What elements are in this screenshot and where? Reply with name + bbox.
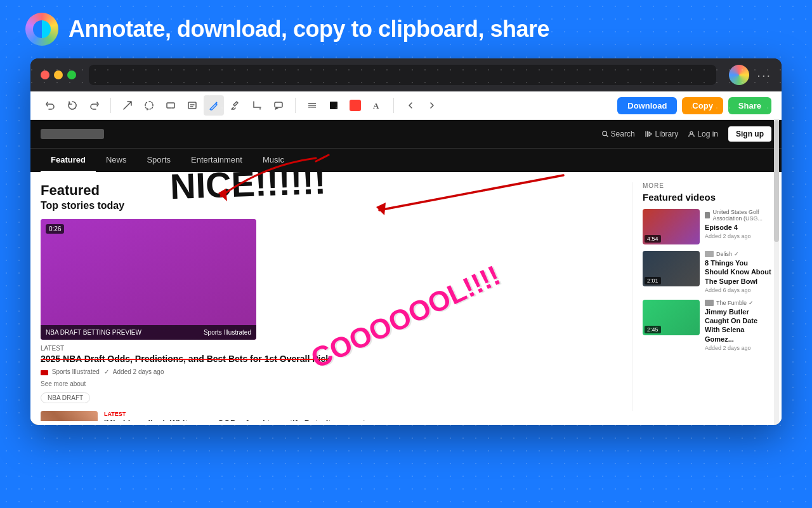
video-1-added: Added 2 days ago [705,233,771,239]
website-content: Search Library Log in Sign up Featured N… [30,120,782,425]
refresh-button[interactable] [62,95,82,116]
style-tools: A [302,95,387,116]
close-button[interactable] [41,70,49,79]
video-1-publisher-row: United States Golf Association (USG... [705,209,771,222]
video-card-3[interactable]: 2:45 The Fumble ✓ Jimmy Butler Caught On… [643,300,771,351]
browser-menu-icon[interactable]: ··· [757,68,771,83]
nba-draft-tag[interactable]: NBA DRAFT [41,392,90,403]
divider-3 [393,98,394,113]
undo-button[interactable] [41,95,61,116]
browser-window: ··· [30,58,782,425]
video-3-added: Added 2 days ago [705,345,771,351]
video-duration: 0:26 [46,224,64,234]
share-button[interactable]: Share [728,97,771,114]
scrollbar-track[interactable] [774,120,779,425]
video-card-2[interactable]: 2:01 Delish ✓ 8 Things You Should Know A… [643,251,771,293]
svg-point-8 [602,131,606,136]
more-label: MORE [643,182,771,189]
content-left: Featured Top stories today 0:26 NBA DRAF… [41,182,632,411]
article-1-added: Added 2 days ago [113,368,164,375]
lasso-tool[interactable] [139,95,159,116]
article-2-tag: LATEST [104,411,622,417]
section-subtitle: Top stories today [41,200,622,211]
article-1-title[interactable]: 2025 NBA Draft Odds, Predictions, and Be… [41,353,622,364]
video-caption-text: NBA DRAFT BETTING PREVIEW [46,329,141,336]
header-title: Annotate, download, copy to clipboard, s… [69,16,549,43]
video-1-info: United States Golf Association (USG... E… [705,209,771,244]
signup-button[interactable]: Sign up [728,126,771,142]
nav-sports[interactable]: Sports [136,149,181,172]
address-bar[interactable] [89,65,716,85]
redo-button[interactable] [84,95,104,116]
site-nav-links: Featured News Sports Entertainment Music [30,148,782,172]
annotation-toolbar: A Download Copy Share [30,91,782,120]
video-2-added: Added 6 days ago [705,287,771,293]
svg-rect-5 [308,107,316,108]
browser-chrome: ··· [30,58,782,91]
featured-video[interactable]: 0:26 NBA DRAFT BETTING PREVIEW Sports Il… [41,219,256,340]
nav-featured[interactable]: Featured [41,149,96,172]
video-publisher: Sports Illustrated [204,329,251,336]
section-title: Featured [41,182,622,199]
site-nav: Search Library Log in Sign up [30,120,782,148]
see-more: See more about [41,380,622,387]
svg-rect-4 [308,105,316,106]
article-1: LATEST 2025 NBA Draft Odds, Predictions,… [41,345,622,403]
svg-rect-2 [275,102,282,107]
crop-tool[interactable] [247,95,267,116]
back-tool[interactable] [400,95,421,116]
toolbar-actions: Download Copy Share [617,97,771,114]
site-logo [41,129,104,139]
main-content: Featured Top stories today 0:26 NBA DRAF… [30,172,782,421]
publisher-logo-delish [705,251,714,257]
svg-rect-6 [330,102,337,109]
maximize-button[interactable] [67,70,76,79]
publisher-logo-usg [705,212,710,218]
nav-music[interactable]: Music [252,149,294,172]
history-tools [41,95,104,116]
browser-icon [729,65,749,85]
nav-news[interactable]: News [96,149,137,172]
video-card-1[interactable]: 4:54 United States Golf Association (USG… [643,209,771,244]
article-2-title[interactable]: 'Mind-boggling': Whitmer on GOP refusal … [104,418,622,421]
search-label: Search [611,130,635,138]
minimize-button[interactable] [54,70,63,79]
forward-tool[interactable] [422,95,442,116]
video-1-title: Episode 4 [705,223,771,232]
video-1-duration: 4:54 [645,235,661,243]
svg-rect-0 [167,103,174,108]
pen-tool[interactable] [204,95,224,116]
video-2-title: 8 Things You Should Know About The Super… [705,258,771,286]
search-action[interactable]: Search [602,130,635,138]
divider-1 [110,98,111,113]
lines-tool[interactable] [302,95,322,116]
fill-tool[interactable] [324,95,344,116]
highlighter-tool[interactable] [225,95,246,116]
publisher-logo-fumble [705,300,714,306]
article-1-tag: LATEST [41,345,622,352]
divider-2 [295,98,296,113]
svg-rect-3 [308,103,316,104]
copy-button[interactable]: Copy [682,97,723,114]
article-1-meta: Sports Illustrated ✓ Added 2 days ago [41,368,622,375]
callout-tool[interactable] [268,95,289,116]
video-2-publisher-row: Delish ✓ [705,251,771,257]
font-tool[interactable]: A [367,95,387,116]
site-nav-actions: Search Library Log in Sign up [602,126,771,142]
color-red-swatch[interactable] [345,95,365,116]
download-button[interactable]: Download [617,97,677,114]
svg-text:A: A [373,101,379,110]
featured-videos-title: Featured videos [643,192,771,203]
rectangle-tool[interactable] [160,95,181,116]
article-1-publisher: Sports Illustrated [52,368,100,375]
video-thumb-3: 2:45 [643,300,700,335]
nav-entertainment[interactable]: Entertainment [181,149,252,172]
login-action[interactable]: Log in [688,130,718,138]
scrollbar-thumb[interactable] [774,120,779,242]
svg-rect-1 [188,102,196,109]
video-3-info: The Fumble ✓ Jimmy Butler Caught On Date… [705,300,771,351]
library-action[interactable]: Library [645,130,679,138]
article-2-thumb [41,411,98,421]
arrow-tool[interactable] [117,95,138,116]
text-box-tool[interactable] [182,95,202,116]
